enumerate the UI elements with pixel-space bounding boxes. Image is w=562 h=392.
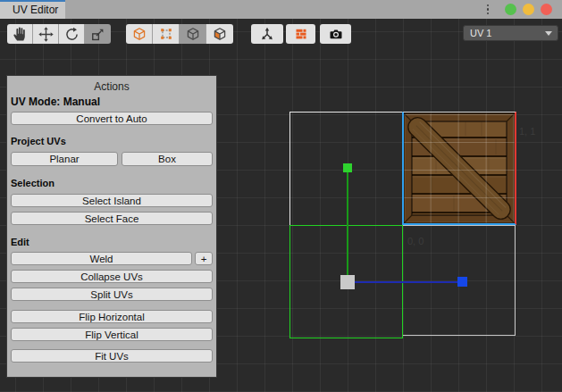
planar-button[interactable]: Planar bbox=[11, 152, 118, 166]
rotate-tool-button[interactable] bbox=[59, 24, 85, 44]
gizmo-x-axis-line bbox=[355, 281, 457, 283]
spread-arrows-icon bbox=[260, 27, 274, 41]
edge-cube-icon bbox=[186, 27, 200, 41]
title-bar: UV Editor bbox=[0, 0, 562, 19]
move-icon bbox=[38, 27, 54, 42]
project-uvs-label: Project UVs bbox=[11, 136, 66, 146]
yellow-status-icon[interactable] bbox=[523, 4, 534, 15]
uv-channel-dropdown[interactable]: UV 1 bbox=[463, 25, 558, 41]
panel-title: Actions bbox=[7, 80, 216, 93]
flip-vertical-button[interactable]: Flip Vertical bbox=[11, 328, 213, 341]
convert-to-auto-button[interactable]: Convert to Auto bbox=[11, 112, 213, 125]
tab-uv-editor[interactable]: UV Editor bbox=[0, 0, 65, 19]
green-status-icon[interactable] bbox=[505, 4, 516, 15]
chevron-down-icon bbox=[545, 31, 552, 36]
fit-uvs-button[interactable]: Fit UVs bbox=[11, 349, 213, 363]
face-mode-button[interactable] bbox=[206, 24, 233, 44]
pan-tool-button[interactable] bbox=[7, 24, 33, 44]
gizmo-x-handle[interactable] bbox=[457, 277, 467, 287]
vertex-mode-button[interactable] bbox=[153, 24, 180, 44]
scale-tool-button[interactable] bbox=[85, 24, 111, 44]
weld-options-button[interactable]: + bbox=[195, 252, 213, 265]
edit-label: Edit bbox=[11, 237, 29, 247]
select-island-button[interactable]: Select Island bbox=[11, 194, 213, 207]
bricks-icon bbox=[294, 27, 308, 41]
selection-label: Selection bbox=[11, 178, 55, 188]
uv-quad-texture-border[interactable] bbox=[402, 112, 516, 225]
select-face-button[interactable]: Select Face bbox=[11, 212, 213, 225]
gizmo-pivot-handle[interactable] bbox=[340, 275, 355, 289]
scale-icon bbox=[90, 27, 105, 42]
red-status-icon[interactable] bbox=[541, 4, 552, 15]
box-button[interactable]: Box bbox=[122, 152, 213, 166]
window-controls bbox=[487, 0, 553, 19]
flip-horizontal-button[interactable]: Flip Horizontal bbox=[11, 310, 213, 323]
rotate-icon bbox=[64, 27, 80, 42]
hand-icon bbox=[12, 26, 28, 42]
split-uvs-button[interactable]: Split UVs bbox=[11, 288, 213, 301]
face-cube-icon bbox=[213, 27, 227, 41]
kebab-menu-icon[interactable] bbox=[487, 4, 490, 15]
texture-mode-button[interactable] bbox=[286, 24, 315, 44]
edge-mode-button[interactable] bbox=[180, 24, 206, 44]
camera-icon bbox=[329, 27, 343, 41]
weld-button[interactable]: Weld bbox=[11, 252, 192, 265]
gizmo-y-axis-line bbox=[347, 172, 348, 281]
uv-channel-value: UV 1 bbox=[470, 28, 491, 38]
vertex-icon bbox=[159, 27, 173, 41]
selection-mode-group bbox=[126, 24, 233, 44]
gizmo-y-handle[interactable] bbox=[343, 163, 352, 172]
move-tool-button[interactable] bbox=[33, 24, 59, 44]
tool-group bbox=[7, 24, 111, 44]
screenshot-button[interactable] bbox=[320, 24, 351, 44]
collapse-uvs-button[interactable]: Collapse UVs bbox=[11, 270, 213, 283]
project-uv-template-button[interactable] bbox=[251, 24, 283, 44]
object-mode-button[interactable] bbox=[126, 24, 153, 44]
object-cube-icon bbox=[132, 27, 147, 41]
actions-panel: Actions UV Mode: Manual Convert to Auto … bbox=[6, 75, 217, 378]
uv-mode-label: UV Mode: Manual bbox=[11, 96, 100, 108]
